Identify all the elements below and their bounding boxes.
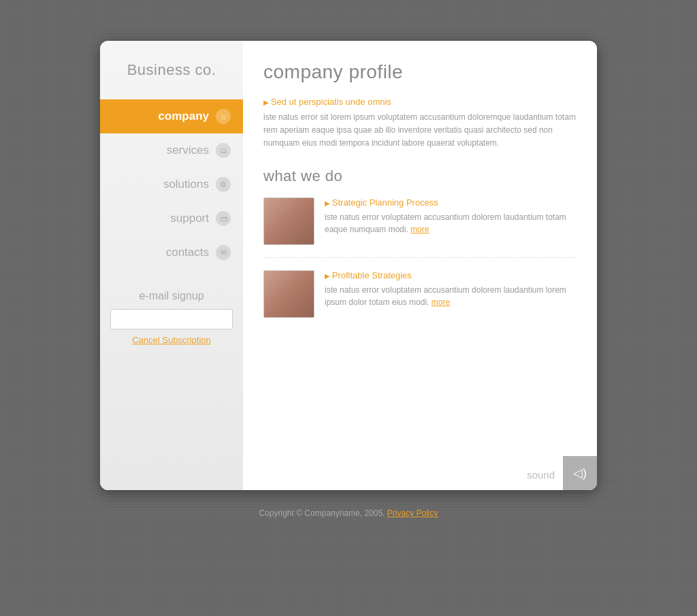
- main-container: Business co. company ⌂ services 🗂 soluti…: [100, 41, 597, 490]
- nav-item-company[interactable]: company ⌂: [100, 99, 243, 133]
- card-more-link-2[interactable]: more: [432, 297, 450, 307]
- privacy-policy-link[interactable]: Privacy Policy: [387, 508, 438, 518]
- card-text-2: iste natus error voluptatem accusantium …: [325, 284, 577, 308]
- card-text-1: iste natus error voluptatem accusantium …: [325, 211, 577, 236]
- nav-label-support: support: [170, 212, 209, 225]
- email-signup-label: e-mail signup: [110, 290, 233, 302]
- card-item-2: Profitable Strategies iste natus error v…: [263, 270, 577, 330]
- nav-item-contacts[interactable]: contacts ✉: [100, 236, 243, 270]
- card-body-2: Profitable Strategies iste natus error v…: [325, 270, 577, 318]
- card-link-2[interactable]: Profitable Strategies: [325, 270, 577, 280]
- intro-link[interactable]: Sed ut perspiciatis unde omnis: [263, 97, 577, 107]
- nav-link-support[interactable]: support 🗃: [100, 201, 243, 236]
- sidebar: Business co. company ⌂ services 🗂 soluti…: [100, 41, 243, 490]
- home-icon: ⌂: [216, 109, 231, 124]
- sound-button[interactable]: ◁): [563, 456, 597, 490]
- nav-link-contacts[interactable]: contacts ✉: [100, 236, 243, 270]
- sound-area: sound ◁): [527, 456, 597, 490]
- support-icon: 🗃: [216, 211, 231, 226]
- gear-icon: ⚙: [216, 177, 231, 192]
- card-thumbnail-2: [263, 270, 314, 318]
- page-title: company profile: [263, 61, 577, 83]
- footer: Copyright © Companyname, 2005. Privacy P…: [100, 498, 597, 518]
- nav-label-company: company: [158, 110, 209, 123]
- nav-item-support[interactable]: support 🗃: [100, 201, 243, 236]
- card-link-1[interactable]: Strategic Planning Process: [325, 197, 577, 208]
- card-body-1: Strategic Planning Process iste natus er…: [325, 197, 577, 245]
- nav-link-company[interactable]: company ⌂: [100, 99, 243, 133]
- nav-link-solutions[interactable]: solutions ⚙: [100, 167, 243, 201]
- card-item-1: Strategic Planning Process iste natus er…: [263, 197, 577, 258]
- sound-label: sound: [527, 469, 563, 490]
- nav-item-solutions[interactable]: solutions ⚙: [100, 167, 243, 201]
- main-content: company profile Sed ut perspiciatis unde…: [243, 41, 597, 490]
- nav-label-contacts: contacts: [166, 246, 209, 259]
- email-signup-section: e-mail signup Cancel Subscription: [100, 290, 243, 345]
- intro-text: iste natus error sit lorem ipsum volupta…: [263, 111, 577, 150]
- cancel-subscription-link[interactable]: Cancel Subscription: [110, 335, 233, 345]
- card-more-link-1[interactable]: more: [410, 225, 429, 234]
- nav-menu: company ⌂ services 🗂 solutions ⚙: [100, 99, 243, 270]
- nav-item-services[interactable]: services 🗂: [100, 133, 243, 167]
- email-input[interactable]: [110, 309, 233, 329]
- mail-icon: ✉: [216, 245, 231, 260]
- briefcase-icon: 🗂: [216, 143, 231, 158]
- nav-label-solutions: solutions: [163, 178, 209, 191]
- card-thumbnail-1: [263, 197, 314, 245]
- footer-text: Copyright © Companyname, 2005. Privacy P…: [100, 508, 597, 518]
- speaker-icon: ◁): [573, 466, 587, 481]
- nav-label-services: services: [167, 144, 209, 157]
- nav-link-services[interactable]: services 🗂: [100, 133, 243, 167]
- site-logo: Business co.: [127, 61, 216, 79]
- what-we-do-title: what we do: [263, 167, 577, 185]
